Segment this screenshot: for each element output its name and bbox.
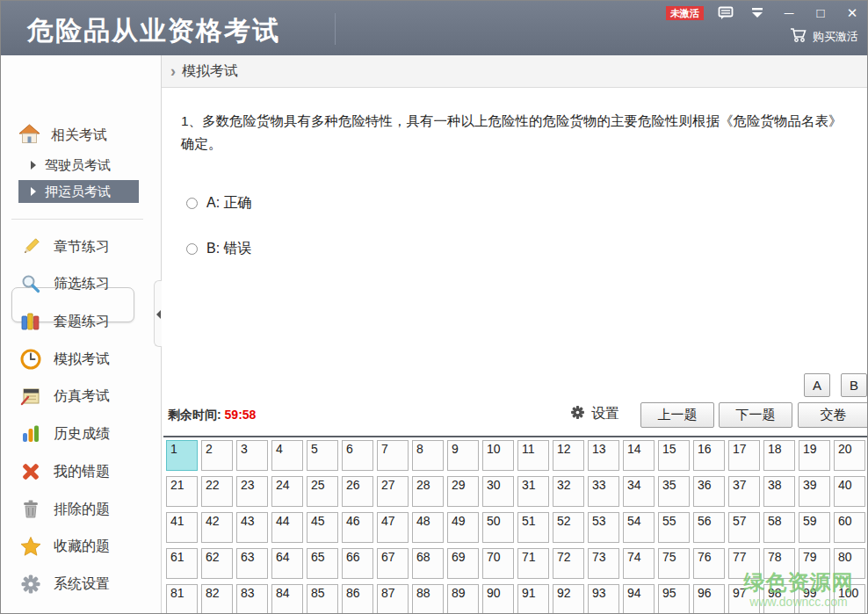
question-cell-9[interactable]: 9 bbox=[447, 440, 479, 471]
question-cell-95[interactable]: 95 bbox=[658, 584, 690, 614]
question-cell-12[interactable]: 12 bbox=[553, 440, 584, 471]
question-cell-84[interactable]: 84 bbox=[271, 584, 303, 614]
question-cell-59[interactable]: 59 bbox=[799, 512, 830, 543]
question-cell-93[interactable]: 93 bbox=[588, 584, 619, 614]
question-cell-31[interactable]: 31 bbox=[517, 476, 549, 507]
question-cell-1[interactable]: 1 bbox=[166, 440, 198, 471]
sidebar-item-set-practice[interactable]: 套题练习 bbox=[20, 308, 134, 335]
question-cell-21[interactable]: 21 bbox=[166, 476, 198, 507]
sidebar-item-related-exams[interactable]: 相关考试 bbox=[18, 124, 107, 148]
question-cell-29[interactable]: 29 bbox=[447, 476, 479, 507]
question-cell-30[interactable]: 30 bbox=[482, 476, 514, 507]
question-cell-27[interactable]: 27 bbox=[377, 476, 409, 507]
question-cell-64[interactable]: 64 bbox=[271, 548, 303, 579]
question-cell-16[interactable]: 16 bbox=[693, 440, 725, 471]
question-cell-7[interactable]: 7 bbox=[377, 440, 409, 471]
question-cell-62[interactable]: 62 bbox=[201, 548, 233, 579]
question-cell-28[interactable]: 28 bbox=[412, 476, 444, 507]
question-cell-38[interactable]: 38 bbox=[763, 476, 795, 507]
question-cell-26[interactable]: 26 bbox=[342, 476, 373, 507]
sidebar-item-escort-exam[interactable]: 押运员考试 bbox=[18, 180, 139, 203]
question-cell-45[interactable]: 45 bbox=[307, 512, 338, 543]
question-cell-67[interactable]: 67 bbox=[377, 548, 409, 579]
question-cell-70[interactable]: 70 bbox=[482, 548, 514, 579]
question-cell-86[interactable]: 86 bbox=[342, 584, 373, 614]
question-cell-3[interactable]: 3 bbox=[236, 440, 268, 471]
question-cell-79[interactable]: 79 bbox=[799, 548, 830, 579]
question-cell-82[interactable]: 82 bbox=[201, 584, 233, 614]
question-cell-48[interactable]: 48 bbox=[412, 512, 444, 543]
question-cell-52[interactable]: 52 bbox=[553, 512, 584, 543]
question-cell-63[interactable]: 63 bbox=[236, 548, 268, 579]
question-cell-66[interactable]: 66 bbox=[342, 548, 373, 579]
question-cell-55[interactable]: 55 bbox=[658, 512, 690, 543]
question-cell-8[interactable]: 8 bbox=[412, 440, 444, 471]
question-cell-24[interactable]: 24 bbox=[271, 476, 303, 507]
question-cell-4[interactable]: 4 bbox=[271, 440, 303, 471]
option-a[interactable]: A: 正确 bbox=[186, 194, 252, 213]
feedback-message-icon[interactable] bbox=[716, 5, 735, 21]
question-cell-56[interactable]: 56 bbox=[693, 512, 725, 543]
question-cell-17[interactable]: 17 bbox=[728, 440, 760, 471]
question-cell-22[interactable]: 22 bbox=[201, 476, 233, 507]
question-cell-89[interactable]: 89 bbox=[447, 584, 479, 614]
submit-paper-button[interactable]: 交卷 bbox=[798, 402, 868, 428]
sidebar-item-excluded-questions[interactable]: 排除的题 bbox=[20, 496, 134, 523]
question-cell-97[interactable]: 97 bbox=[728, 584, 760, 614]
question-cell-46[interactable]: 46 bbox=[342, 512, 373, 543]
minimize-button[interactable]: ─ bbox=[779, 5, 799, 21]
question-cell-51[interactable]: 51 bbox=[517, 512, 549, 543]
question-cell-85[interactable]: 85 bbox=[307, 584, 338, 614]
question-cell-78[interactable]: 78 bbox=[763, 548, 795, 579]
question-cell-14[interactable]: 14 bbox=[623, 440, 655, 471]
question-cell-81[interactable]: 81 bbox=[166, 584, 198, 614]
question-cell-77[interactable]: 77 bbox=[728, 548, 760, 579]
sidebar-item-driver-exam[interactable]: 驾驶员考试 bbox=[18, 154, 139, 177]
question-cell-88[interactable]: 88 bbox=[412, 584, 444, 614]
question-cell-11[interactable]: 11 bbox=[517, 440, 549, 471]
option-b[interactable]: B: 错误 bbox=[186, 240, 252, 258]
question-cell-100[interactable]: 100 bbox=[834, 584, 865, 614]
question-cell-71[interactable]: 71 bbox=[517, 548, 549, 579]
next-question-button[interactable]: 下一题 bbox=[719, 402, 792, 428]
sidebar-item-favorite-questions[interactable]: 收藏的题 bbox=[20, 533, 134, 560]
sidebar-item-real-exam[interactable]: 仿真考试 bbox=[20, 383, 134, 409]
question-cell-80[interactable]: 80 bbox=[834, 548, 865, 579]
question-cell-87[interactable]: 87 bbox=[377, 584, 409, 614]
question-cell-23[interactable]: 23 bbox=[236, 476, 268, 507]
question-cell-90[interactable]: 90 bbox=[482, 584, 514, 614]
sidebar-item-my-mistakes[interactable]: 我的错题 bbox=[20, 459, 134, 485]
question-cell-61[interactable]: 61 bbox=[166, 548, 198, 579]
question-cell-69[interactable]: 69 bbox=[447, 548, 479, 579]
question-cell-57[interactable]: 57 bbox=[728, 512, 760, 543]
question-cell-37[interactable]: 37 bbox=[728, 476, 760, 507]
question-cell-10[interactable]: 10 bbox=[482, 440, 514, 471]
question-cell-6[interactable]: 6 bbox=[342, 440, 373, 471]
question-cell-83[interactable]: 83 bbox=[236, 584, 268, 614]
settings-button[interactable]: 设置 bbox=[570, 405, 619, 423]
question-cell-43[interactable]: 43 bbox=[236, 512, 268, 543]
question-cell-92[interactable]: 92 bbox=[553, 584, 584, 614]
question-cell-75[interactable]: 75 bbox=[658, 548, 690, 579]
sidebar-item-filter-practice[interactable]: 筛选练习 bbox=[20, 271, 134, 297]
question-cell-98[interactable]: 98 bbox=[763, 584, 795, 614]
question-cell-96[interactable]: 96 bbox=[693, 584, 725, 614]
question-cell-39[interactable]: 39 bbox=[799, 476, 830, 507]
question-cell-72[interactable]: 72 bbox=[553, 548, 584, 579]
question-cell-50[interactable]: 50 bbox=[482, 512, 514, 543]
question-cell-33[interactable]: 33 bbox=[588, 476, 619, 507]
question-cell-40[interactable]: 40 bbox=[834, 476, 865, 507]
question-cell-65[interactable]: 65 bbox=[307, 548, 338, 579]
question-cell-41[interactable]: 41 bbox=[166, 512, 198, 543]
radio-button[interactable] bbox=[186, 243, 198, 255]
close-button[interactable]: ✕ bbox=[843, 5, 862, 21]
question-cell-58[interactable]: 58 bbox=[763, 512, 795, 543]
question-cell-34[interactable]: 34 bbox=[623, 476, 655, 507]
answer-a-button[interactable]: A bbox=[804, 373, 830, 397]
question-cell-60[interactable]: 60 bbox=[834, 512, 865, 543]
question-cell-53[interactable]: 53 bbox=[588, 512, 619, 543]
question-cell-5[interactable]: 5 bbox=[307, 440, 338, 471]
sidebar-item-chapter-practice[interactable]: 章节练习 bbox=[20, 234, 134, 260]
previous-question-button[interactable]: 上一题 bbox=[640, 402, 714, 428]
question-cell-94[interactable]: 94 bbox=[623, 584, 655, 614]
